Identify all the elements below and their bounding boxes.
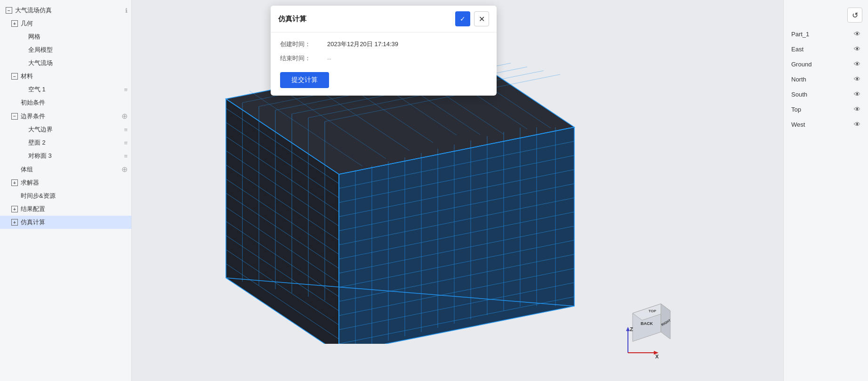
visibility-east-icon[interactable]: 👁 [854, 45, 860, 53]
sidebar-item-geometry[interactable]: + 几何 [0, 17, 131, 30]
sidebar-label-atm-boundary: 大气边界 [28, 125, 122, 134]
sidebar-item-body-group[interactable]: 体组 ⊕ [0, 162, 131, 176]
expand-solver-icon[interactable]: + [11, 179, 18, 186]
sidebar-item-atm-field[interactable]: 大气流场 [0, 57, 131, 70]
svg-text:Z: Z [630, 326, 633, 332]
sidebar-label-init-cond: 初始条件 [21, 98, 128, 107]
part-item-east[interactable]: East 👁 [784, 41, 868, 57]
end-time-value: -- [318, 55, 487, 62]
sidebar-item-material[interactable]: − 材料 [0, 70, 131, 83]
sidebar-label-material: 材料 [21, 72, 128, 81]
sidebar-item-sym3[interactable]: 对称面 3 ≡ [0, 149, 131, 162]
svg-text:X: X [655, 354, 659, 359]
visibility-top-icon[interactable]: 👁 [854, 105, 860, 113]
sidebar-label-sym3: 对称面 3 [28, 152, 122, 160]
create-time-value: 2023年12月20日 17:14:39 [318, 40, 487, 49]
right-panel: ↺ Part_1 👁 East 👁 Ground 👁 North 👁 South… [783, 0, 868, 381]
sidebar-label-result-config: 结果配置 [21, 205, 128, 213]
dialog-title: 仿真计算 [278, 15, 455, 24]
sidebar-label-air1: 空气 1 [28, 85, 122, 94]
part-item-ground[interactable]: Ground 👁 [784, 57, 868, 72]
dialog-submit-button[interactable]: 提交计算 [280, 72, 329, 88]
part-item-part1[interactable]: Part_1 👁 [784, 26, 868, 41]
end-time-label: 结束时间： [280, 54, 318, 63]
svg-text:TOP: TOP [649, 309, 657, 313]
sidebar-label-body-group: 体组 [21, 165, 120, 174]
sidebar-label-atm-sim: 大气流场仿真 [15, 6, 123, 15]
axis-arrows: Z X [619, 324, 666, 362]
menu-air-icon[interactable]: ≡ [124, 86, 128, 93]
dialog-confirm-button[interactable]: ✓ [455, 11, 470, 26]
sidebar-label-atm-field: 大气流场 [28, 59, 128, 67]
right-panel-header: ↺ [784, 4, 868, 26]
part-label-north: North [791, 76, 854, 83]
sidebar-item-mesh[interactable]: 网格 [0, 30, 131, 43]
part-label-top: Top [791, 106, 854, 113]
part-label-part1: Part_1 [791, 31, 854, 38]
visibility-ground-icon[interactable]: 👁 [854, 60, 860, 68]
sidebar-label-geometry: 几何 [21, 19, 128, 28]
dialog-body: 创建时间： 2023年12月20日 17:14:39 结束时间： -- 提交计算 [271, 32, 497, 96]
expand-icon[interactable]: + [11, 20, 18, 27]
part-label-ground: Ground [791, 61, 854, 68]
info-icon[interactable]: ℹ [125, 7, 128, 14]
menu-wall2-icon[interactable]: ≡ [124, 139, 128, 146]
visibility-north-icon[interactable]: 👁 [854, 75, 860, 83]
dialog-cancel-button[interactable]: ✕ [474, 11, 489, 26]
expand-result-icon[interactable]: + [11, 206, 18, 212]
sidebar-item-sim-calc[interactable]: + 仿真计算 [0, 216, 131, 229]
add-boundary-icon[interactable]: ⊕ [121, 112, 128, 121]
sidebar-label-solver: 求解器 [21, 178, 128, 187]
part-item-south[interactable]: South 👁 [784, 87, 868, 102]
visibility-part1-icon[interactable]: 👁 [854, 30, 860, 38]
dialog-field-end-time: 结束时间： -- [280, 54, 487, 63]
sidebar-label-sim-calc: 仿真计算 [21, 218, 128, 227]
sidebar: − 大气流场仿真 ℹ + 几何 网格 全局模型 大气流场 − 材料 空气 1 ≡… [0, 0, 132, 381]
sidebar-label-global-model: 全局模型 [28, 46, 128, 54]
refresh-button[interactable]: ↺ [847, 8, 862, 23]
part-item-west[interactable]: West 👁 [784, 117, 868, 132]
part-label-east: East [791, 46, 854, 53]
create-time-label: 创建时间： [280, 40, 318, 49]
sidebar-item-result-config[interactable]: + 结果配置 [0, 203, 131, 216]
sidebar-label-mesh: 网格 [28, 32, 128, 41]
sidebar-item-wall2[interactable]: 壁面 2 ≡ [0, 136, 131, 149]
sidebar-item-solver[interactable]: + 求解器 [0, 176, 131, 189]
dialog-field-create-time: 创建时间： 2023年12月20日 17:14:39 [280, 40, 487, 49]
sidebar-item-atm-sim[interactable]: − 大气流场仿真 ℹ [0, 4, 131, 17]
sidebar-label-timestep: 时间步&资源 [21, 192, 128, 200]
dialog: 仿真计算 ✓ ✕ 创建时间： 2023年12月20日 17:14:39 结束时间… [271, 6, 497, 96]
sidebar-item-global-model[interactable]: 全局模型 [0, 43, 131, 57]
part-label-west: West [791, 121, 854, 128]
sidebar-label-wall2: 壁面 2 [28, 138, 122, 147]
menu-sym3-icon[interactable]: ≡ [124, 153, 128, 160]
part-label-south: South [791, 91, 854, 98]
svg-marker-84 [626, 327, 630, 331]
collapse-boundary-icon[interactable]: − [11, 113, 18, 120]
add-body-icon[interactable]: ⊕ [121, 165, 128, 174]
expand-sim-calc-icon[interactable]: + [11, 219, 18, 226]
sidebar-item-init-cond[interactable]: 初始条件 [0, 96, 131, 109]
collapse-material-icon[interactable]: − [11, 73, 18, 80]
dialog-header: 仿真计算 ✓ ✕ [271, 6, 497, 32]
collapse-icon[interactable]: − [6, 7, 12, 14]
sidebar-item-boundary[interactable]: − 边界条件 ⊕ [0, 109, 131, 123]
sidebar-item-atm-boundary[interactable]: 大气边界 ≡ [0, 123, 131, 136]
part-item-top[interactable]: Top 👁 [784, 102, 868, 117]
sidebar-item-air1[interactable]: 空气 1 ≡ [0, 83, 131, 96]
sidebar-item-timestep[interactable]: 时间步&资源 [0, 189, 131, 203]
main-viewport: BACK RIGHT TOP Z X 仿真计算 [132, 0, 783, 381]
part-item-north[interactable]: North 👁 [784, 72, 868, 87]
sidebar-label-boundary: 边界条件 [21, 112, 120, 121]
visibility-west-icon[interactable]: 👁 [854, 121, 860, 128]
menu-atm-boundary-icon[interactable]: ≡ [124, 126, 128, 133]
axis-indicator-container: BACK RIGHT TOP Z X [623, 294, 680, 353]
visibility-south-icon[interactable]: 👁 [854, 90, 860, 98]
